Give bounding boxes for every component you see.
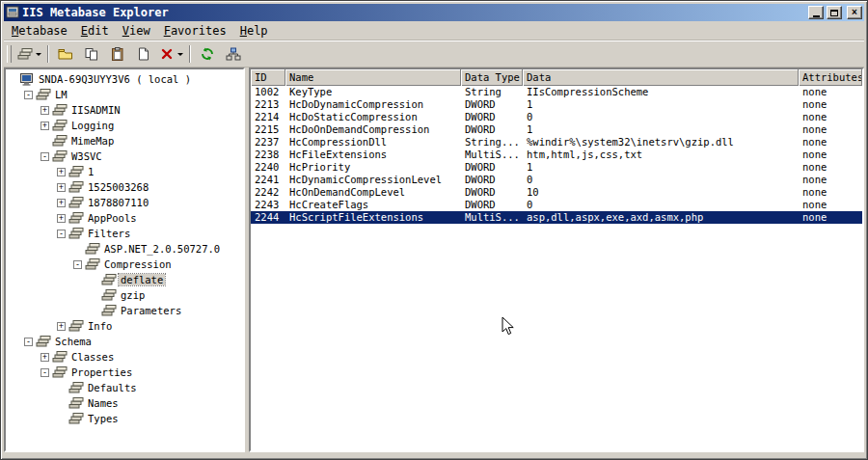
cell: 2243	[251, 199, 285, 211]
tree-item-deflate[interactable]: deflate	[6, 272, 243, 287]
close-icon: ×	[852, 8, 857, 17]
tree-item-iisadmin[interactable]: +IISADMIN	[6, 102, 243, 118]
menu-edit[interactable]: Edit	[74, 22, 116, 40]
key-icon	[101, 288, 119, 302]
cell: 2240	[251, 161, 285, 174]
column-header-id[interactable]: ID	[251, 69, 285, 86]
tree-item-schema[interactable]: -Schema	[6, 334, 243, 349]
expand-icon[interactable]: +	[57, 199, 66, 207]
table-row[interactable]: 2214HcDoStaticCompressionDWORD0none	[251, 111, 862, 123]
collapse-icon[interactable]: -	[24, 338, 33, 346]
tree-item-label: Classes	[69, 351, 116, 363]
cell: HcDynamicCompressionLevel	[285, 174, 461, 186]
copy-button[interactable]	[79, 43, 104, 65]
table-row[interactable]: 2240HcPriorityDWORD1none	[251, 161, 862, 174]
tree-item-defaults[interactable]: Defaults	[6, 380, 243, 395]
tree-panel: SNDA-69Q3UYY3V6 ( local )-LM+IISADMIN+Lo…	[4, 68, 245, 452]
refresh-button[interactable]	[195, 43, 220, 65]
table-row[interactable]: 2237HcCompressionDllString...%windir%\sy…	[251, 136, 862, 149]
collapse-icon[interactable]: -	[41, 368, 49, 377]
expand-icon[interactable]: +	[57, 183, 66, 192]
key-icon	[68, 227, 86, 240]
column-header-data-type[interactable]: Data Type	[461, 69, 523, 86]
dropdown-arrow-icon[interactable]	[177, 53, 183, 56]
table-row[interactable]: 2215HcDoOnDemandCompressionDWORD1none	[251, 123, 862, 136]
tree-item-label: deflate	[119, 274, 165, 285]
column-header-name[interactable]: Name	[285, 69, 461, 86]
cell: HcDoDynamicCompression	[285, 98, 461, 111]
maximize-button[interactable]	[827, 6, 842, 19]
tree-item-info[interactable]: +Info	[6, 318, 243, 334]
connect-button[interactable]	[221, 43, 246, 65]
minimize-button[interactable]	[808, 6, 824, 19]
expand-icon[interactable]: +	[57, 322, 66, 331]
menu-help[interactable]: Help	[233, 22, 275, 40]
tree-item-names[interactable]: Names	[6, 395, 243, 411]
expand-icon[interactable]: +	[41, 106, 49, 115]
tree-item-types[interactable]: Types	[6, 411, 243, 426]
cell: 2213	[251, 98, 285, 111]
tree-item-filters[interactable]: -Filters	[6, 226, 243, 241]
new-value-button[interactable]	[131, 43, 156, 65]
expand-icon[interactable]: +	[41, 122, 49, 130]
column-header-data[interactable]: Data	[523, 69, 799, 86]
document-icon	[136, 47, 151, 61]
table-row[interactable]: 2243HcCreateFlagsDWORD0none	[251, 199, 862, 211]
export-button[interactable]	[53, 43, 78, 65]
close-button[interactable]: ×	[847, 6, 862, 19]
menu-favorites[interactable]: Favorites	[157, 22, 233, 40]
expand-icon[interactable]: +	[57, 214, 66, 223]
tree-item-gzip[interactable]: gzip	[6, 287, 243, 303]
tree-item-logging[interactable]: +Logging	[6, 118, 243, 133]
tree-item-classes[interactable]: +Classes	[6, 349, 243, 365]
key-icon	[101, 304, 119, 317]
key-icon	[68, 180, 86, 194]
table-row[interactable]: 2238HcFileExtensionsMultiS...htm,html,js…	[251, 149, 862, 161]
tree-item-compression[interactable]: -Compression	[6, 257, 243, 272]
toolbar-grip[interactable]	[7, 45, 12, 63]
table-row[interactable]: 2242HcOnDemandCompLevelDWORD10none	[251, 186, 862, 199]
collapse-icon[interactable]: -	[73, 260, 82, 269]
new-key-button[interactable]	[15, 43, 43, 65]
table-row[interactable]: 2244HcScriptFileExtensionsMultiS...asp,d…	[251, 211, 862, 224]
delete-button[interactable]	[157, 43, 185, 65]
tree-item-properties[interactable]: -Properties	[6, 365, 243, 380]
key-icon	[68, 412, 86, 425]
table-row[interactable]: 2213HcDoDynamicCompressionDWORD1none	[251, 98, 862, 111]
cell: none	[799, 161, 862, 174]
tree-item-snda-69q3uyy3v6-local[interactable]: SNDA-69Q3UYY3V6 ( local )	[6, 71, 243, 87]
table-row[interactable]: 2241HcDynamicCompressionLevelDWORD0none	[251, 174, 862, 186]
collapse-icon[interactable]: -	[24, 91, 33, 99]
collapse-icon[interactable]: -	[57, 230, 66, 238]
column-header-attributes[interactable]: Attributes	[799, 69, 862, 86]
tree-item-mimemap[interactable]: MimeMap	[6, 133, 243, 149]
menu-metabase[interactable]: Metabase	[5, 22, 74, 40]
menu-view[interactable]: View	[116, 22, 157, 40]
cell: none	[799, 111, 862, 123]
paste-button[interactable]	[105, 43, 130, 65]
dropdown-arrow-icon[interactable]	[36, 53, 41, 56]
expand-icon[interactable]: +	[41, 353, 49, 362]
cell: none	[799, 186, 862, 199]
tree-item-apppools[interactable]: +AppPools	[6, 210, 243, 226]
tree-item-1878807110[interactable]: +1878807110	[6, 195, 243, 210]
tree-item-asp-net-2-0-50727-0[interactable]: ASP.NET_2.0.50727.0	[6, 241, 243, 257]
collapse-icon[interactable]: -	[41, 152, 49, 161]
cell: none	[799, 211, 862, 224]
tree-item-label: Info	[86, 320, 114, 332]
tree-item-lm[interactable]: -LM	[6, 87, 243, 102]
key-icon	[68, 165, 86, 178]
tree-item-label: SNDA-69Q3UYY3V6 ( local )	[37, 73, 193, 85]
cell: 0	[523, 199, 799, 211]
grid-body: 1002KeyTypeStringIIsCompressionSchemenon…	[251, 86, 862, 450]
table-row[interactable]: 1002KeyTypeStringIIsCompressionSchemenon…	[251, 86, 862, 98]
tree-item-1[interactable]: +1	[6, 164, 243, 179]
cell: 0	[523, 174, 799, 186]
cell: HcScriptFileExtensions	[285, 211, 461, 224]
cell: 2214	[251, 111, 285, 123]
tree-item-w3svc[interactable]: -W3SVC	[6, 149, 243, 164]
expand-icon[interactable]: +	[57, 168, 66, 176]
tree-item-1525003268[interactable]: +1525003268	[6, 179, 243, 195]
cell: 2242	[251, 186, 285, 199]
tree-item-parameters[interactable]: Parameters	[6, 303, 243, 318]
